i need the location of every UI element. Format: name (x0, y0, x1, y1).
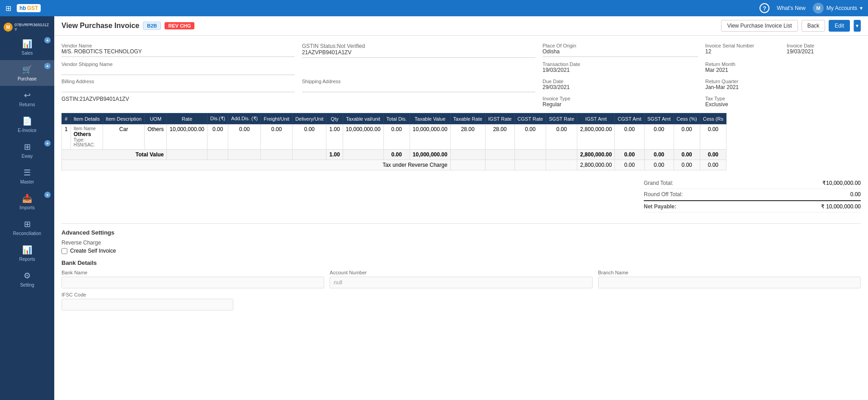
total-cess: 0.00 (674, 150, 700, 160)
eway-icon: ⊞ (24, 142, 31, 152)
total-empty8 (485, 150, 514, 160)
item-type-label: Type: (74, 137, 100, 142)
total-empty4 (261, 150, 292, 160)
sidebar-item-master[interactable]: ☰ Master (0, 163, 54, 189)
reports-icon: 📊 (22, 245, 32, 255)
sidebar-item-reconciliation[interactable]: ⊞ Reconciliation (0, 215, 54, 240)
sidebar-item-returns[interactable]: ↩ Returns (0, 86, 54, 112)
cell-item-desc: Car (103, 124, 144, 150)
col-cgst-rate: CGST Rate (514, 113, 546, 124)
sidebar-user: M 07BVRPR3650J1ZY (0, 20, 54, 34)
branch-name-field: Branch Name (598, 270, 861, 288)
edit-dropdown-button[interactable]: ▾ (854, 20, 861, 32)
net-payable-line: Net Payable: ₹ 10,000,000.00 (644, 200, 861, 212)
view-purchase-list-button[interactable]: View Purchase Invoice List (721, 20, 797, 32)
col-sgst-rate: SGST Rate (546, 113, 577, 124)
return-quarter-section: Return Quarter Jan-Mar 2021 (705, 79, 861, 92)
imports-plus-btn[interactable]: + (44, 192, 51, 198)
returns-icon: ↩ (24, 90, 31, 100)
net-payable-label: Net Payable: (644, 203, 676, 210)
cell-taxable-rate: 28.00 (450, 124, 485, 150)
sales-plus-btn[interactable]: + (44, 37, 51, 43)
cell-cgst-rate: 0.00 (514, 124, 546, 150)
create-self-invoice-row: Create Self Invoice (61, 248, 861, 254)
tax-rev-empty4 (546, 160, 577, 170)
reconciliation-icon: ⊞ (24, 219, 31, 229)
create-self-invoice-checkbox[interactable] (61, 248, 67, 254)
cell-total-dis: 0.00 (383, 124, 410, 150)
sidebar-item-eway[interactable]: ⊞ Eway + (0, 137, 54, 163)
vendor-shipping-value (61, 67, 295, 75)
account-number-input[interactable] (330, 277, 592, 288)
place-of-origin-section: Place Of Origin Odisha (542, 43, 698, 58)
sidebar-item-setting[interactable]: ⚙ Setting (0, 266, 54, 292)
advanced-settings-section: Advanced Settings Reverse Charge Create … (61, 223, 861, 254)
col-sgst-amt: SGST Amt (644, 113, 674, 124)
main-layout: M 07BVRPR3650J1ZY 📊 Sales + 🛒 Purchase +… (0, 16, 868, 400)
badge-rev-chg: REV CHG (165, 22, 194, 29)
whats-new-link[interactable]: What's New (777, 5, 806, 11)
net-payable-value: ₹ 10,000,000.00 (821, 203, 861, 210)
eway-plus-btn[interactable]: + (44, 140, 51, 146)
shipping-address-section: Shipping Address (302, 79, 535, 92)
purchase-plus-btn[interactable]: + (44, 63, 51, 69)
ifsc-code-field: IFSC Code (61, 292, 233, 311)
edit-button[interactable]: Edit (829, 20, 850, 32)
grid-icon[interactable]: ⊞ (5, 4, 11, 13)
sales-icon: 📊 (22, 39, 32, 49)
help-icon[interactable]: ? (760, 3, 769, 13)
due-date-section: Due Date 29/03/2021 (542, 79, 698, 92)
grand-total-label: Grand Total: (644, 180, 673, 186)
logo: hbGST (17, 4, 41, 12)
place-of-origin-label: Place Of Origin (542, 43, 698, 48)
billing-gstin-section: GSTIN:21AZVPB9401A1ZV (61, 96, 295, 108)
sidebar-item-label: Sales (21, 51, 33, 56)
total-empty3 (228, 150, 261, 160)
total-label: Total Value (62, 150, 167, 160)
cell-uom: Others (145, 124, 167, 150)
total-empty2 (208, 150, 228, 160)
content-area: View Purchase Invoice B2B REV CHG View P… (54, 16, 868, 400)
cell-item-details: Item Name Others Type: HSN/SAC: (71, 124, 103, 150)
round-off-value: 0.00 (850, 191, 861, 198)
sidebar-item-imports[interactable]: 📥 Imports + (0, 189, 54, 215)
total-cess-rs: 0.00 (700, 150, 726, 160)
ifsc-code-input[interactable] (61, 299, 233, 311)
branch-name-input[interactable] (598, 277, 861, 288)
total-igst-amt: 2,800,000.00 (577, 150, 615, 160)
branch-name-label: Branch Name (598, 270, 861, 275)
back-button[interactable]: Back (802, 20, 826, 32)
col-igst-amt: IGST Amt (577, 113, 615, 124)
col-cess-rs: Cess (Rs (700, 113, 726, 124)
vendor-shipping-section: Vendor Shipping Name (61, 61, 295, 75)
return-month-section: Return Month Mar 2021 (705, 61, 861, 75)
col-taxable-value: Taxable Value (410, 113, 450, 124)
sidebar-item-label: Returns (19, 102, 35, 107)
invoice-type-section: Invoice Type Regular (542, 96, 698, 108)
total-empty6 (343, 150, 383, 160)
sidebar-item-purchase[interactable]: 🛒 Purchase + (0, 60, 54, 86)
my-accounts-menu[interactable]: M My Accounts ▾ (813, 3, 863, 14)
cell-add-dis: 0.00 (228, 124, 261, 150)
sidebar-item-label: E-Invoice (18, 128, 37, 133)
totals-section: Grand Total: ₹10,000,000.00 Round Off To… (61, 174, 861, 216)
total-total-dis: 0.00 (383, 150, 410, 160)
sidebar-item-einvoice[interactable]: 📄 E-Invoice (0, 112, 54, 137)
bank-name-input[interactable] (61, 277, 324, 288)
cell-igst-amt: 2,800,000.00 (577, 124, 615, 150)
my-accounts-label: My Accounts (826, 5, 857, 11)
sidebar-item-reports[interactable]: 📊 Reports (0, 240, 54, 266)
grand-total-line: Grand Total: ₹10,000,000.00 (644, 178, 861, 189)
col-hash: # (62, 113, 71, 124)
empty-mid-section (302, 61, 535, 75)
tax-rev-empty1 (450, 160, 485, 170)
col-rate: Rate (167, 113, 208, 124)
tax-reverse-label: Tax under Reverse Charge (62, 160, 451, 170)
sidebar-item-label: Master (20, 179, 34, 184)
item-hsnsac-label: HSN/SAC: (74, 142, 100, 147)
tax-type-section: Tax Type Exclusive (705, 96, 861, 108)
cell-freight: 0.00 (261, 124, 292, 150)
sidebar-item-sales[interactable]: 📊 Sales + (0, 34, 54, 60)
purchase-icon: 🛒 (22, 65, 32, 75)
einvoice-icon: 📄 (22, 116, 32, 126)
